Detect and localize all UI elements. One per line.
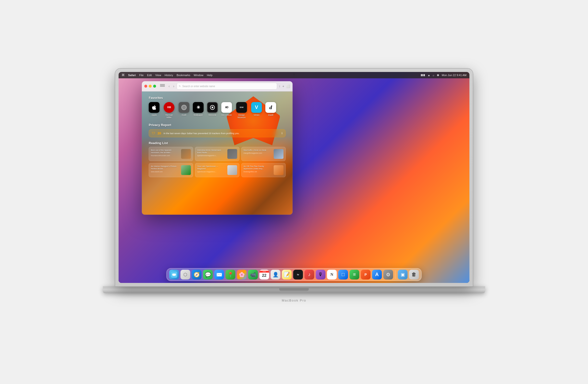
fav-item-vimeo[interactable]: V Vimeo <box>251 102 262 119</box>
dock-item-appstore[interactable]: A <box>372 270 382 280</box>
dock-item-pages[interactable]: P <box>361 270 371 280</box>
menu-bar-user-icon[interactable]: ◉ <box>437 74 439 77</box>
menu-bar-window[interactable]: Window <box>194 74 204 77</box>
dock-item-finder-window[interactable]: ▣ <box>398 270 408 280</box>
macos-desktop: ⌘ Safari File Edit View History Bookmark… <box>119 72 469 283</box>
menu-bar-bookmarks[interactable]: Bookmarks <box>177 74 190 77</box>
menu-bar: ⌘ Safari File Edit View History Bookmark… <box>119 72 469 78</box>
close-button[interactable] <box>144 85 147 88</box>
macbook-base <box>103 286 485 293</box>
fav-wp-icon: ✳ <box>193 102 204 113</box>
fav-dm-label: Design Museum <box>235 114 248 119</box>
toolbar-actions: ↑ + ⬜ <box>279 84 290 88</box>
fav-item-wallpaper[interactable]: ✳ Wallpaper <box>193 102 204 119</box>
menu-bar-view[interactable]: View <box>155 74 161 77</box>
dock-item-finder[interactable] <box>169 270 179 280</box>
fav-monocle-icon <box>207 102 218 113</box>
fav-item-kvell[interactable]: Kvell <box>179 102 189 119</box>
dock-item-notes[interactable]: 📝 <box>282 270 292 280</box>
dock-separator <box>396 270 396 279</box>
dock-item-messages[interactable]: 💬 <box>203 270 213 280</box>
fav-dwell-icon: d <box>265 102 276 113</box>
menu-bar-help[interactable]: Help <box>207 74 212 77</box>
reading-card-url-5: thedesignfiles.net <box>244 171 272 173</box>
apple-menu-icon[interactable]: ⌘ <box>122 73 125 77</box>
maximize-button[interactable] <box>153 85 156 88</box>
safari-window: ‹ › ↻ Search or enter website name ↑ + ⬜ <box>142 81 293 215</box>
dock-container: ⬡ 🧭 💬 ✉️ 📍 🌸 📹 SUN 22 👤 📝 <box>167 268 422 281</box>
fav-item-herman-miller[interactable]: HM Herman Miller <box>163 102 175 119</box>
reading-card-title-4: Your Lab Openhouse — Magazine <box>197 165 225 170</box>
reading-card-text-1: Interview Armin Heinemann from Paula... … <box>197 149 225 159</box>
reading-card-title-0: Born out of the Spanish recession, the a… <box>151 149 179 154</box>
menu-bar-file[interactable]: File <box>139 74 144 77</box>
fav-item-ad[interactable]: AD AD | Clever <box>221 102 232 119</box>
dock-item-music[interactable]: ♪ <box>305 270 314 280</box>
dock-item-maps[interactable]: 📍 <box>226 270 235 280</box>
dock-item-system-preferences[interactable]: ⚙ <box>383 270 393 280</box>
fav-dm-icon: tDM <box>236 102 247 113</box>
reading-list-title: Reading List <box>149 141 286 145</box>
reading-card-text-3: An Interior Designer's Picture-Perfect B… <box>151 165 179 175</box>
screen-bezel: ⌘ Safari File Edit View History Bookmark… <box>119 72 469 283</box>
macbook-outer: ⌘ Safari File Edit View History Bookmark… <box>103 69 485 316</box>
forward-button[interactable]: › <box>172 84 175 88</box>
reading-card-3[interactable]: An Interior Designer's Picture-Perfect B… <box>149 163 193 177</box>
dock: ⬡ 🧭 💬 ✉️ 📍 🌸 📹 SUN 22 👤 📝 <box>167 268 422 281</box>
fav-hm-icon: HM <box>164 102 174 113</box>
menu-bar-wifi-icon[interactable]: ▲ <box>427 74 430 77</box>
menu-bar-history[interactable]: History <box>165 74 173 77</box>
favorites-title: Favorites <box>149 96 286 100</box>
fav-ad-icon: AD <box>221 102 232 113</box>
fav-item-apple[interactable]: Apple <box>149 102 160 119</box>
reading-card-title-5: An Off-The-Plan Family Apartment Unlike … <box>244 165 272 170</box>
extensions-button[interactable]: ⬜ <box>286 84 290 88</box>
reading-card-5[interactable]: An Off-The-Plan Family Apartment Unlike … <box>241 163 286 177</box>
fav-vimeo-label: Vimeo <box>253 114 259 116</box>
dock-item-photos[interactable]: 🌸 <box>237 270 247 280</box>
dock-item-contacts[interactable]: 👤 <box>271 270 280 280</box>
share-button[interactable]: ↑ <box>279 84 280 88</box>
minimize-button[interactable] <box>149 85 152 88</box>
new-tab-button[interactable]: + <box>282 84 284 88</box>
fav-item-dwell[interactable]: d Dwell <box>265 102 276 119</box>
dock-item-tv[interactable]: tv <box>293 270 303 280</box>
dock-item-calendar[interactable]: SUN 22 <box>259 270 269 280</box>
new-tab-content: Favorites <box>142 92 293 182</box>
fav-monocle-label: Monocle <box>209 114 216 116</box>
reading-card-4[interactable]: Your Lab Openhouse — Magazine openhouse-… <box>195 163 239 177</box>
reading-card-url-0: freundevonfreunden.com <box>151 155 179 156</box>
reading-card-text-2: MacGuffin | Desk on Desk macguffinmagazi… <box>244 149 272 159</box>
reading-card-0[interactable]: Born out of the Spanish recession, the a… <box>149 147 193 161</box>
address-bar[interactable]: ↻ Search or enter website name <box>177 83 277 89</box>
privacy-card[interactable]: 🛡 20 In the last seven days Safari has p… <box>149 129 286 137</box>
reading-card-thumb-2 <box>274 149 283 159</box>
reading-list-section: Reading List Born out of the Spanish rec… <box>149 141 286 177</box>
reading-card-url-1: apartamentomagazine.c... <box>197 155 225 156</box>
dock-item-mail[interactable]: ✉️ <box>214 270 224 280</box>
dock-item-podcasts[interactable]: 🎙 <box>316 270 326 280</box>
reading-card-title-3: An Interior Designer's Picture-Perfect B… <box>151 165 179 170</box>
menu-bar-edit[interactable]: Edit <box>147 74 152 77</box>
dock-item-facetime[interactable]: 📹 <box>248 270 258 280</box>
reading-card-2[interactable]: MacGuffin | Desk on Desk macguffinmagazi… <box>241 147 286 161</box>
dock-item-launchpad[interactable]: ⬡ <box>181 270 190 280</box>
reading-card-title-2: MacGuffin | Desk on Desk <box>244 149 272 152</box>
menu-bar-search-icon[interactable]: ⌕ <box>433 74 434 77</box>
menu-bar-left: ⌘ Safari File Edit View History Bookmark… <box>122 73 212 77</box>
reading-card-1[interactable]: Interview Armin Heinemann from Paula... … <box>195 147 239 161</box>
dock-item-news[interactable]: N <box>327 270 337 280</box>
reading-card-thumb-0 <box>181 149 191 159</box>
reading-card-text-4: Your Lab Openhouse — Magazine openhouse-… <box>197 165 225 175</box>
fav-item-monocle[interactable]: Monocle <box>207 102 218 119</box>
sidebar-toggle-button[interactable] <box>160 84 165 88</box>
menu-bar-app-name[interactable]: Safari <box>128 74 136 77</box>
dock-item-numbers[interactable]: ≡ <box>350 270 359 280</box>
fav-item-design-museum[interactable]: tDM Design Museum <box>235 102 248 119</box>
dock-item-sidecar[interactable]: □ <box>338 270 348 280</box>
reading-card-text-5: An Off-The-Plan Family Apartment Unlike … <box>244 165 272 175</box>
back-button[interactable]: ‹ <box>168 84 170 88</box>
reading-grid: Born out of the Spanish recession, the a… <box>149 147 286 177</box>
dock-item-safari[interactable]: 🧭 <box>192 270 202 280</box>
dock-item-trash[interactable]: 🗑 <box>409 270 419 280</box>
